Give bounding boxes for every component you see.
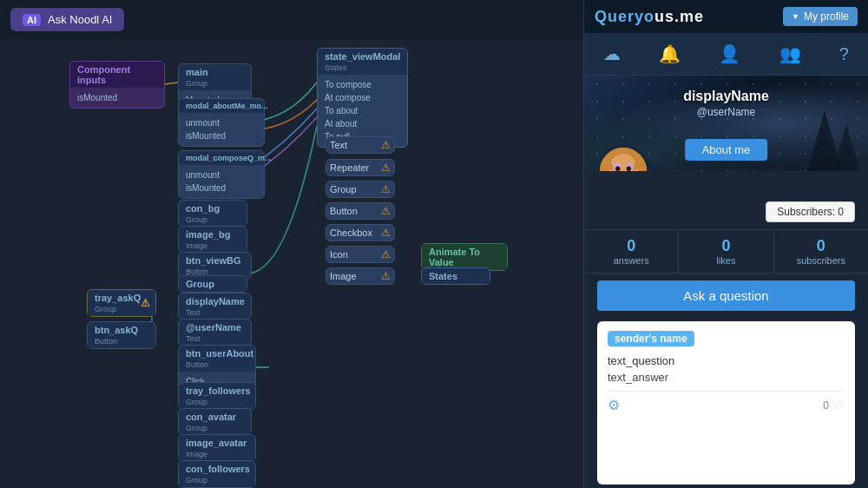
subscribers-label: subscribers	[778, 255, 865, 266]
tray-followers-node[interactable]: tray_followersGroup	[178, 382, 256, 410]
top-bar: AI Ask Noodl AI	[0, 0, 583, 39]
stat-likes[interactable]: 0 likes	[679, 230, 773, 273]
likes-label: likes	[682, 255, 769, 266]
stats-row: 0 answers 0 likes 0 subscribers	[584, 229, 868, 274]
states2-node[interactable]: States	[421, 267, 490, 285]
component-inputs-node[interactable]: Component inputs isMounted	[69, 61, 165, 109]
about-me-button[interactable]: About me	[685, 139, 768, 161]
ask-question-button[interactable]: Ask a question	[597, 280, 855, 311]
repeater-node[interactable]: Repeater ⚠	[326, 159, 395, 176]
group-node[interactable]: Group	[178, 275, 247, 293]
like-count: 0	[823, 399, 829, 412]
user-icon[interactable]: 👤	[712, 40, 747, 68]
panel-nav: ☁ 🔔 👤 👥 ?	[584, 33, 868, 76]
subscribers-row: Subscribers: 0	[584, 171, 868, 229]
btn-askq-node[interactable]: btn_askQButton	[87, 321, 156, 349]
displayname-node[interactable]: displayNameText	[178, 293, 252, 320]
modal-aboutme-node[interactable]: modal_aboutMe_mo... unmount isMounted	[178, 98, 265, 147]
con-bg-node[interactable]: con_bgGroup	[178, 200, 247, 228]
tray-askq-node[interactable]: tray_askQGroup ⚠	[87, 289, 156, 317]
image-bg-node[interactable]: image_bgImage	[178, 226, 247, 254]
heart-icon[interactable]: ♡	[833, 399, 845, 412]
users-icon[interactable]: 👥	[773, 40, 808, 68]
gear-button[interactable]: ⚙	[608, 397, 620, 413]
image-widget-node[interactable]: Image ⚠	[326, 267, 395, 285]
image-avatar-node[interactable]: image_avatarImage	[178, 434, 256, 462]
ai-badge: AI	[23, 14, 41, 26]
con-avatar-node[interactable]: con_avatarGroup	[178, 408, 252, 436]
node-canvas: AI Ask Noodl AI Component inputs	[0, 0, 583, 488]
answer-text: text_answer	[608, 371, 845, 384]
bell-icon[interactable]: 🔔	[652, 40, 687, 68]
help-icon[interactable]: ?	[832, 41, 856, 68]
node-area: Component inputs isMounted mainGroup Mou…	[0, 39, 583, 488]
answers-count: 0	[588, 237, 674, 255]
panel-logo: Queryous.me	[595, 8, 704, 26]
icon-widget-node[interactable]: Icon ⚠	[326, 246, 395, 263]
fox-avatar-image	[600, 148, 647, 171]
stat-answers[interactable]: 0 answers	[584, 230, 679, 273]
stat-subscribers[interactable]: 0 subscribers	[774, 230, 868, 273]
svg-point-11	[627, 167, 631, 171]
profile-hero: displayName @userName About me	[584, 76, 868, 171]
subscribers-count: 0	[778, 237, 865, 255]
cloud-icon[interactable]: ☁	[596, 40, 628, 68]
button-widget-node[interactable]: Button ⚠	[326, 202, 395, 220]
right-panel: Queryous.me My profile ☁ 🔔 👤 👥 ? display…	[583, 0, 868, 488]
question-card: sender's name text_question text_answer …	[597, 321, 855, 485]
con-followers-node[interactable]: con_followersGroup	[178, 460, 256, 488]
subscribers-badge: Subscribers: 0	[766, 201, 855, 222]
user-name: @userName	[584, 106, 868, 118]
answers-label: answers	[588, 255, 674, 266]
svg-point-10	[615, 167, 620, 171]
checkbox-widget-node[interactable]: Checkbox ⚠	[326, 224, 395, 241]
like-row: 0 ♡	[823, 399, 845, 412]
my-profile-button[interactable]: My profile	[783, 7, 858, 26]
panel-header: Queryous.me My profile	[584, 0, 868, 33]
logo-query: Queryo	[595, 8, 654, 25]
modal-composeq-node[interactable]: modal_composeQ_m... unmount isMounted	[178, 150, 265, 199]
ask-noodl-label: Ask Noodl AI	[48, 13, 112, 26]
state-viewmodal-node[interactable]: state_viewModalStates To compose At comp…	[317, 48, 408, 148]
hero-text: displayName @userName	[584, 89, 868, 118]
card-footer: ⚙ 0 ♡	[608, 391, 845, 413]
display-name: displayName	[584, 89, 868, 104]
sender-name-badge: sender's name	[608, 331, 694, 346]
likes-count: 0	[682, 237, 769, 255]
username-node[interactable]: @userNameText	[178, 319, 252, 346]
warning-icon: ⚠	[141, 297, 150, 309]
ask-noodl-button[interactable]: AI Ask Noodl AI	[10, 8, 124, 31]
group-widget-node[interactable]: Group ⚠	[326, 181, 395, 198]
text-widget-node[interactable]: Text ⚠	[326, 136, 395, 154]
question-text: text_question	[608, 354, 845, 367]
